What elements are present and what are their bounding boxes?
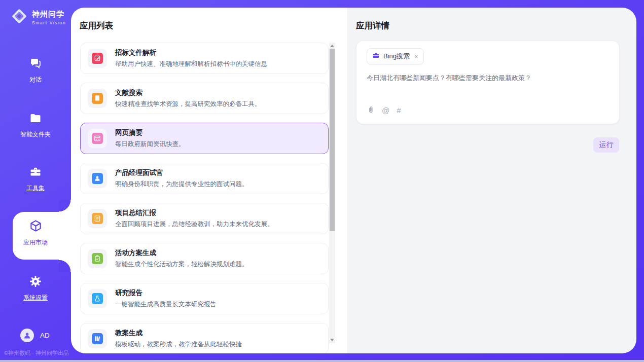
active-nav-curve-top: [59, 200, 71, 212]
scrollbar-thumb[interactable]: [330, 49, 335, 231]
research-icon: [92, 293, 103, 304]
app-card[interactable]: 活动方案生成智能生成个性化活动方案，轻松解决规划难题。: [80, 243, 329, 274]
app-description: 快速精准查找学术资源，提高研究效率的必备工具。: [115, 100, 261, 108]
cube-icon: [29, 219, 43, 235]
brand-title: 神州问学: [32, 10, 66, 19]
run-button[interactable]: 运行: [593, 137, 619, 153]
app-icon-container: [88, 249, 107, 268]
sidebar-item-label: 智能文件夹: [20, 130, 51, 139]
brand-logo: 神州问学 Smart Vision: [10, 7, 66, 27]
app-description: 每日政府新闻资讯快查。: [115, 140, 185, 149]
app-detail-panel: 应用详情 Bing搜索 × 今日湖北有哪些新闻要点？有哪些需要关注的最新政策？: [347, 8, 636, 353]
app-name: 教案生成: [115, 329, 242, 338]
tool-tag-label: Bing搜索: [383, 52, 410, 61]
app-name: 网页摘要: [115, 128, 185, 137]
scrollbar-down-arrow-icon[interactable]: [330, 339, 334, 341]
sidebar: 神州问学 Smart Vision 对话智能文件夹工具集应用市场系统设置 AD …: [0, 0, 71, 362]
app-detail-title: 应用详情: [356, 20, 389, 31]
app-card[interactable]: 招标文件解析帮助用户快速、准确地理解和解析招标书中的关键信息: [80, 43, 329, 74]
app-card[interactable]: 研究报告一键智能生成高质量长文本研究报告: [80, 283, 329, 314]
sidebar-item-label: 应用市场: [23, 238, 48, 247]
chat-icon: [29, 57, 42, 72]
app-description: 全面回顾项目进展，总结经验教训，助力未来优化发展。: [115, 220, 274, 229]
clipboard-check-icon: [92, 253, 103, 264]
app-card[interactable]: 项目总结汇报全面回顾项目进展，总结经验教训，助力未来优化发展。: [80, 203, 329, 234]
user-chip[interactable]: AD: [20, 329, 50, 342]
sidebar-item-label: 工具集: [26, 184, 45, 193]
sidebar-item-label: 对话: [29, 76, 42, 84]
app-icon-container: [88, 329, 107, 348]
sidebar-item-folders[interactable]: 智能文件夹: [0, 112, 71, 139]
sidebar-item-settings[interactable]: 系统设置: [0, 275, 71, 302]
app-description: 明确身份和职责，为您提供专业性的面试问题。: [115, 180, 248, 189]
app-icon-container: [88, 49, 107, 68]
app-icon-container: [88, 209, 107, 228]
app-icon-container: [88, 89, 107, 108]
book-icon: [92, 93, 103, 104]
app-name: 项目总结汇报: [115, 208, 274, 218]
sidebar-item-tools[interactable]: 工具集: [0, 165, 71, 193]
app-card[interactable]: 网页摘要每日政府新闻资讯快查。: [80, 123, 329, 154]
app-name: 活动方案生成: [115, 248, 248, 258]
app-description: 一键智能生成高质量长文本研究报告: [115, 300, 217, 309]
app-name: 招标文件解析: [115, 48, 267, 57]
app-name: 研究报告: [115, 288, 217, 298]
app-description: 智能生成个性化活动方案，轻松解决规划难题。: [115, 260, 248, 269]
sidebar-item-label: 系统设置: [23, 294, 48, 302]
webpage-icon: [92, 133, 103, 144]
app-card[interactable]: 产品经理面试官明确身份和职责，为您提供专业性的面试问题。: [80, 163, 329, 194]
app-card[interactable]: 文献搜索快速精准查找学术资源，提高研究效率的必备工具。: [80, 83, 329, 114]
scrollbar[interactable]: [329, 43, 335, 343]
sidebar-item-chat[interactable]: 对话: [0, 57, 71, 84]
folder-icon: [29, 112, 42, 127]
user-label: AD: [40, 332, 50, 339]
app-description: 帮助用户快速、准确地理解和解析招标书中的关键信息: [115, 60, 267, 68]
sidebar-item-app-market[interactable]: 应用市场: [0, 219, 71, 247]
app-list-panel: 应用列表 招标文件解析帮助用户快速、准确地理解和解析招标书中的关键信息文献搜索快…: [71, 8, 347, 353]
app-card[interactable]: 教案生成模板驱动，教案秒成，教学准备从此轻松快捷: [80, 323, 329, 353]
query-input[interactable]: 今日湖北有哪些新闻要点？有哪些需要关注的最新政策？: [367, 74, 609, 83]
input-toolbar: @ #: [367, 105, 401, 115]
mention-icon[interactable]: @: [382, 106, 389, 115]
interviewer-icon: [92, 173, 103, 184]
app-icon-container: [88, 169, 107, 188]
app-name: 文献搜索: [115, 88, 261, 97]
app-detail-card: Bing搜索 × 今日湖北有哪些新闻要点？有哪些需要关注的最新政策？ @ #: [356, 41, 620, 124]
app-icon-container: [88, 289, 107, 308]
app-icon-container: [88, 129, 107, 148]
hash-icon[interactable]: #: [397, 106, 401, 115]
attachment-icon[interactable]: [367, 105, 375, 115]
avatar: [20, 329, 34, 342]
app-description: 模板驱动，教案秒成，教学准备从此轻松快捷: [115, 340, 242, 349]
copyright-text: ©神州数码 · 神州问学出品: [4, 349, 69, 357]
gear-icon: [29, 275, 42, 290]
active-nav-curve-bottom: [59, 260, 71, 272]
scrollbar-up-arrow-icon[interactable]: [330, 45, 334, 47]
brand-subtitle: Smart Vision: [32, 20, 66, 25]
books-icon: [92, 333, 103, 344]
toolbox-icon: [29, 165, 42, 180]
report-note-icon: [92, 213, 103, 224]
tool-tag-bing-search[interactable]: Bing搜索 ×: [367, 48, 424, 64]
diamond-logo-icon: [10, 7, 28, 27]
main-content: 应用列表 招标文件解析帮助用户快速、准确地理解和解析招标书中的关键信息文献搜索快…: [71, 8, 636, 353]
edit-doc-icon: [92, 53, 103, 64]
app-list: 招标文件解析帮助用户快速、准确地理解和解析招标书中的关键信息文献搜索快速精准查找…: [80, 43, 329, 353]
app-list-title: 应用列表: [80, 20, 113, 31]
app-name: 产品经理面试官: [115, 168, 248, 177]
briefcase-icon: [372, 52, 380, 61]
close-icon[interactable]: ×: [414, 53, 418, 60]
